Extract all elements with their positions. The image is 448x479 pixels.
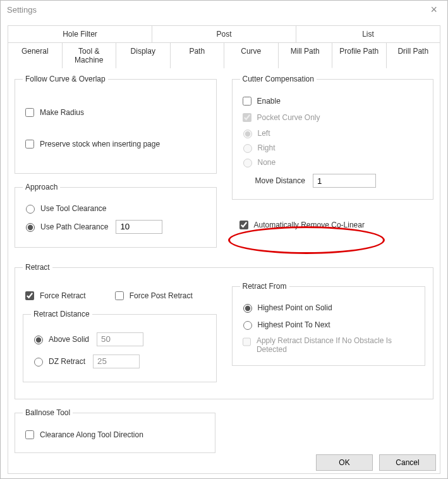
highest-solid-radio[interactable]: Highest Point on Solid — [240, 302, 418, 313]
move-distance-value[interactable] — [313, 174, 376, 188]
cutter-left-radio: Left — [240, 128, 426, 138]
tab-display[interactable]: Display — [116, 42, 171, 68]
dz-retract-value — [93, 355, 140, 368]
highest-solid-label: Highest Point on Solid — [258, 303, 332, 312]
follow-curve-legend: Follow Curve & Overlap — [23, 75, 108, 83]
make-radius-label: Make Radius — [40, 108, 84, 117]
path-clearance-value[interactable] — [116, 220, 162, 234]
dz-retract-radio[interactable]: DZ Retract — [31, 356, 85, 367]
force-retract-label: Force Retract — [40, 291, 86, 300]
dz-retract-input[interactable] — [34, 358, 43, 367]
preserve-stock-input[interactable] — [25, 140, 34, 149]
cutter-right-input — [243, 144, 252, 153]
tab-general[interactable]: General — [8, 42, 63, 68]
tab-tool-machine[interactable]: Tool & Machine — [63, 42, 117, 68]
preserve-stock-label: Preserve stock when inserting page — [40, 140, 160, 149]
cutter-none-input — [243, 159, 252, 167]
auto-colinear-label: Automatically Remove Co-Linear — [254, 221, 365, 229]
use-tool-clearance-label: Use Tool Clearance — [40, 204, 107, 213]
above-solid-radio[interactable]: Above Solid — [31, 334, 89, 344]
approach-group: Approach Use Tool Clearance Use Path Cle… — [15, 183, 217, 248]
pocket-curve-checkbox: Pocket Curve Only — [240, 111, 426, 124]
ballnose-group: Ballnose Tool Clearance Along Tool Direc… — [15, 408, 215, 453]
retract-from-group: Retract From Highest Point on Solid High… — [232, 282, 426, 366]
cutter-right-label: Right — [258, 143, 275, 152]
apply-retract-checkbox: Apply Retract Distance If No Obstacle Is… — [240, 336, 418, 354]
tab-curve[interactable]: Curve — [224, 42, 279, 68]
highest-solid-input[interactable] — [243, 304, 252, 313]
close-icon[interactable]: × — [427, 3, 441, 16]
approach-legend: Approach — [23, 183, 60, 191]
ballnose-clearance-label: Clearance Along Tool Direction — [40, 430, 143, 439]
cutter-none-radio: None — [240, 157, 426, 167]
apply-retract-input — [243, 337, 251, 346]
above-solid-value — [97, 332, 143, 346]
auto-colinear-input[interactable] — [239, 221, 248, 229]
retract-from-legend: Retract From — [240, 282, 289, 291]
cutter-none-label: None — [258, 158, 276, 167]
above-solid-label: Above Solid — [49, 335, 89, 344]
apply-retract-label: Apply Retract Distance If No Obstacle Is… — [257, 336, 417, 354]
ballnose-legend: Ballnose Tool — [23, 408, 73, 417]
use-path-clearance-input[interactable] — [26, 223, 35, 232]
tab-post[interactable]: Post — [152, 25, 296, 42]
above-solid-input[interactable] — [34, 336, 43, 344]
retract-group: Retract Force Retract Force Post Retract — [15, 263, 433, 399]
retract-distance-legend: Retract Distance — [31, 310, 92, 318]
cutter-enable-checkbox[interactable]: Enable — [240, 95, 426, 107]
retract-distance-group: Retract Distance Above Solid DZ Ret — [23, 310, 217, 382]
pocket-curve-input — [243, 113, 251, 122]
retract-legend: Retract — [23, 263, 52, 272]
follow-curve-group: Follow Curve & Overlap Make Radius Prese… — [15, 75, 217, 174]
cutter-enable-label: Enable — [257, 97, 281, 106]
dz-retract-label: DZ Retract — [49, 357, 85, 366]
use-path-clearance-label: Use Path Clearance — [40, 222, 108, 231]
cutter-enable-input[interactable] — [243, 97, 251, 106]
ballnose-clearance-input[interactable] — [25, 430, 34, 439]
use-tool-clearance-input[interactable] — [26, 205, 35, 214]
cancel-button[interactable]: Cancel — [379, 454, 436, 471]
use-path-clearance-radio[interactable]: Use Path Clearance — [23, 221, 108, 232]
ok-button[interactable]: OK — [316, 454, 373, 471]
cutter-left-label: Left — [258, 129, 270, 138]
force-post-retract-input[interactable] — [115, 291, 124, 300]
use-tool-clearance-radio[interactable]: Use Tool Clearance — [23, 203, 209, 214]
tab-hole-filter[interactable]: Hole Filter — [8, 25, 152, 42]
make-radius-input[interactable] — [25, 108, 34, 117]
tab-path[interactable]: Path — [171, 42, 225, 68]
auto-colinear-checkbox[interactable]: Automatically Remove Co-Linear — [237, 219, 434, 231]
make-radius-checkbox[interactable]: Make Radius — [23, 106, 209, 119]
move-distance-label: Move Distance — [255, 176, 305, 185]
cutter-comp-group: Cutter Compensation Enable Pocket Curve … — [232, 75, 434, 200]
preserve-stock-checkbox[interactable]: Preserve stock when inserting page — [23, 138, 209, 150]
highest-next-radio[interactable]: Highest Point To Next — [240, 319, 418, 330]
force-post-retract-checkbox[interactable]: Force Post Retract — [112, 289, 193, 302]
force-retract-input[interactable] — [25, 291, 34, 300]
pocket-curve-label: Pocket Curve Only — [257, 113, 320, 122]
cutter-right-radio: Right — [240, 142, 426, 153]
ballnose-clearance-checkbox[interactable]: Clearance Along Tool Direction — [23, 428, 207, 441]
tab-profile-path[interactable]: Profile Path — [332, 42, 387, 68]
highest-next-label: Highest Point To Next — [258, 320, 330, 329]
cutter-left-input — [243, 130, 252, 138]
force-retract-checkbox[interactable]: Force Retract — [23, 289, 86, 302]
dialog-title: Settings — [7, 5, 37, 15]
tab-mill-path[interactable]: Mill Path — [279, 42, 333, 68]
tab-drill-path[interactable]: Drill Path — [387, 42, 441, 68]
cutter-comp-legend: Cutter Compensation — [240, 75, 317, 83]
force-post-retract-label: Force Post Retract — [130, 291, 193, 300]
tab-list[interactable]: List — [296, 25, 440, 42]
highest-next-input[interactable] — [243, 321, 252, 330]
